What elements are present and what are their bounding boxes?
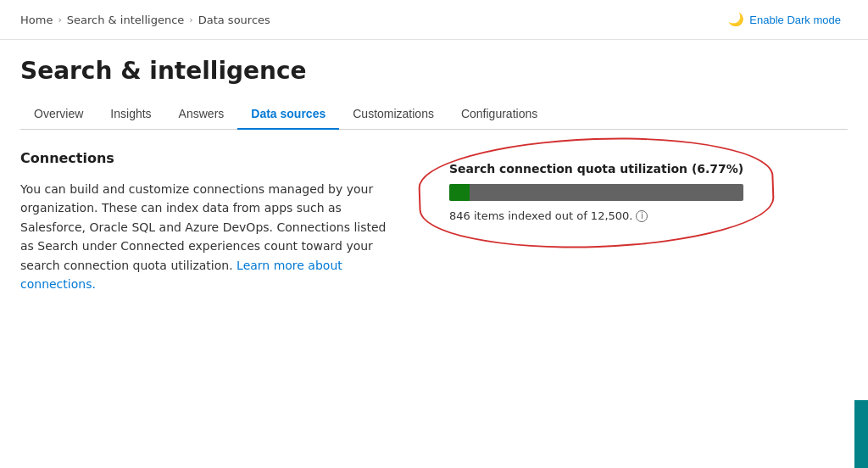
dark-mode-button[interactable]: 🌙 Enable Dark mode bbox=[721, 8, 848, 31]
main-content: Connections You can build and customize … bbox=[0, 130, 868, 314]
quota-section: Search connection quota utilization (6.7… bbox=[449, 162, 743, 222]
connections-description: You can build and customize connections … bbox=[20, 180, 393, 293]
tab-answers[interactable]: Answers bbox=[165, 98, 238, 129]
tab-customizations[interactable]: Customizations bbox=[339, 98, 448, 129]
quota-items-text: 846 items indexed out of 12,500. bbox=[449, 209, 632, 222]
info-icon[interactable]: i bbox=[636, 210, 648, 222]
connections-section: Connections You can build and customize … bbox=[20, 150, 393, 293]
progress-bar-fill bbox=[449, 184, 470, 201]
tab-configurations[interactable]: Configurations bbox=[448, 98, 551, 129]
moon-icon: 🌙 bbox=[728, 12, 744, 27]
tab-insights[interactable]: Insights bbox=[97, 98, 164, 129]
quota-wrapper: Search connection quota utilization (6.7… bbox=[434, 150, 759, 234]
breadcrumb-home[interactable]: Home bbox=[20, 14, 53, 26]
breadcrumb-search-intelligence[interactable]: Search & intelligence bbox=[67, 14, 184, 26]
tab-overview[interactable]: Overview bbox=[20, 98, 97, 129]
quota-info: 846 items indexed out of 12,500. i bbox=[449, 209, 743, 222]
page-title: Search & intelligence bbox=[20, 57, 848, 85]
breadcrumb-current: Data sources bbox=[198, 14, 270, 26]
breadcrumb-sep-2: › bbox=[189, 14, 192, 25]
tabs-nav: Overview Insights Answers Data sources C… bbox=[20, 98, 848, 130]
page-header: Search & intelligence bbox=[0, 40, 868, 85]
top-bar: Home › Search & intelligence › Data sour… bbox=[0, 0, 868, 40]
quota-title: Search connection quota utilization (6.7… bbox=[449, 162, 743, 176]
breadcrumb-sep-1: › bbox=[58, 14, 61, 25]
connections-title: Connections bbox=[20, 150, 393, 166]
tab-data-sources[interactable]: Data sources bbox=[237, 98, 339, 129]
dark-mode-label: Enable Dark mode bbox=[749, 14, 841, 26]
progress-bar-container bbox=[449, 184, 743, 201]
breadcrumb: Home › Search & intelligence › Data sour… bbox=[20, 14, 270, 26]
